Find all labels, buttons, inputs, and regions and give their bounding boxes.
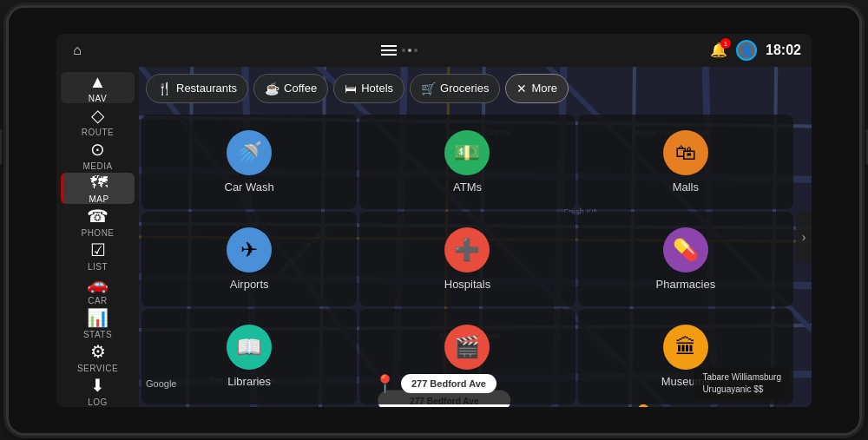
filter-bar: 🍴 Restaurants ☕ Coffee 🛏 Hotels 🛒 Grocer… <box>146 74 805 103</box>
grid-cell-hospitals[interactable]: ➕ Hospitals <box>359 212 575 306</box>
grid-cell-airports[interactable]: ✈ Airports <box>141 212 357 306</box>
phone-label: PHONE <box>81 228 114 238</box>
airports-label: Airports <box>230 278 269 291</box>
libraries-label: Libraries <box>227 375 271 388</box>
sidebar-item-map[interactable]: 🗺 MAP <box>61 173 135 204</box>
filter-coffee[interactable]: ☕ Coffee <box>253 74 328 103</box>
hotels-icon: 🛏 <box>345 82 357 95</box>
museums-label: Museums <box>661 375 710 388</box>
stats-icon: 📊 <box>87 307 108 328</box>
time-display: 18:02 <box>766 43 801 58</box>
hospitals-icon: ➕ <box>444 227 490 273</box>
route-label: ROUTE <box>82 128 115 137</box>
atms-label: ATMs <box>453 181 482 194</box>
main-content: ▲ NAV ◇ ROUTE ⊙ MEDIA 🗺 MAP ☎ PHONE <box>56 67 812 407</box>
sidebar-item-route[interactable]: ◇ ROUTE <box>61 105 135 137</box>
notification-icon[interactable]: 🔔 1 <box>710 42 727 58</box>
scroll-right-arrow[interactable]: › <box>796 211 812 263</box>
restaurants-label: Restaurants <box>176 82 237 95</box>
pharmacies-icon: 💊 <box>663 227 708 273</box>
sidebar: ▲ NAV ◇ ROUTE ⊙ MEDIA 🗺 MAP ☎ PHONE <box>56 67 139 407</box>
pharmacies-label: Pharmacies <box>656 278 716 291</box>
car-wash-icon: 🚿 <box>227 130 272 175</box>
menu-icon[interactable] <box>381 45 397 56</box>
poi-grid: 🚿 Car Wash 💵 ATMs 🛍 Malls ✈ Airports <box>139 112 796 407</box>
sidebar-item-service[interactable]: ⚙ SERVICE <box>61 341 135 373</box>
grid-cell-atms[interactable]: 💵 ATMs <box>359 115 575 209</box>
car-label: CAR <box>88 296 108 305</box>
sidebar-item-car[interactable]: 🚗 CAR <box>61 273 135 305</box>
sidebar-item-media[interactable]: ⊙ MEDIA <box>61 139 135 171</box>
airports-icon: ✈ <box>227 227 272 273</box>
sidebar-item-nav[interactable]: ▲ NAV <box>61 72 135 103</box>
user-avatar[interactable]: 👤 <box>736 40 757 61</box>
stats-label: STATS <box>83 330 112 339</box>
phone-icon: ☎ <box>87 206 108 227</box>
grid-cell-car-wash[interactable]: 🚿 Car Wash <box>141 115 357 209</box>
groceries-icon: 🛒 <box>421 82 436 95</box>
car-wash-label: Car Wash <box>225 181 274 194</box>
filter-more[interactable]: ✕ More <box>505 74 569 103</box>
status-left: ⌂ <box>67 40 88 61</box>
notification-badge: 1 <box>720 38 731 49</box>
restaurants-icon: 🍴 <box>157 82 172 95</box>
list-label: LIST <box>88 262 108 272</box>
status-center <box>381 45 418 56</box>
status-bar: ⌂ 🔔 1 👤 18:02 <box>56 34 812 67</box>
scroll-dot <box>408 49 411 52</box>
status-right: 🔔 1 👤 18:02 <box>710 40 801 61</box>
coffee-icon: ☕ <box>265 82 279 95</box>
filter-hotels[interactable]: 🛏 Hotels <box>333 74 404 103</box>
museums-icon: 🏛 <box>663 325 708 370</box>
nav-label: NAV <box>89 94 107 103</box>
coffee-label: Coffee <box>284 82 317 95</box>
sidebar-item-stats[interactable]: 📊 STATS <box>61 307 135 339</box>
atms-icon: 💵 <box>444 130 490 175</box>
car-icon: 🚗 <box>87 273 108 294</box>
map-label: MAP <box>89 194 108 204</box>
hospitals-label: Hospitals <box>444 278 490 291</box>
service-label: SERVICE <box>77 364 118 373</box>
grid-cell-libraries[interactable]: 📖 Libraries <box>141 309 357 404</box>
address-pill[interactable]: 277 Bedford Ave <box>401 374 496 393</box>
scroll-dot <box>414 49 418 52</box>
filter-groceries[interactable]: 🛒 Groceries <box>410 74 500 103</box>
map-icon: 🗺 <box>90 173 108 193</box>
service-icon: ⚙ <box>90 341 106 362</box>
sidebar-item-log[interactable]: ⬇ LOG <box>61 375 135 407</box>
filter-restaurants[interactable]: 🍴 Restaurants <box>146 74 248 103</box>
nav-icon: ▲ <box>89 72 107 92</box>
libraries-icon: 📖 <box>227 325 272 370</box>
malls-label: Malls <box>673 181 699 194</box>
grid-cell-museums[interactable]: 🏛 Museums <box>578 309 793 404</box>
map-area: Bed-Stuy De Diego Maison Premiere The Dr… <box>139 67 812 407</box>
list-icon: ☑ <box>90 240 106 260</box>
media-label: MEDIA <box>82 161 112 171</box>
screen: ⌂ 🔔 1 👤 18:02 <box>56 34 812 407</box>
grid-cell-malls[interactable]: 🛍 Malls <box>578 115 793 209</box>
media-icon: ⊙ <box>90 139 105 160</box>
sidebar-item-phone[interactable]: ☎ PHONE <box>61 206 135 238</box>
movies-icon: 🎬 <box>444 325 490 370</box>
device-frame: ⌂ 🔔 1 👤 18:02 <box>9 8 859 433</box>
scroll-indicator <box>402 49 418 52</box>
route-icon: ◇ <box>91 105 104 126</box>
more-label: More <box>531 82 557 95</box>
grid-cell-pharmacies[interactable]: 💊 Pharmacies <box>578 212 793 306</box>
log-icon: ⬇ <box>90 375 105 396</box>
malls-icon: 🛍 <box>663 130 708 175</box>
sidebar-item-list[interactable]: ☑ LIST <box>61 240 135 272</box>
more-close-icon: ✕ <box>516 82 527 95</box>
groceries-label: Groceries <box>440 82 489 95</box>
log-label: LOG <box>88 397 108 407</box>
home-icon[interactable]: ⌂ <box>67 40 88 61</box>
scroll-dot <box>402 49 405 52</box>
hotels-label: Hotels <box>361 82 393 95</box>
